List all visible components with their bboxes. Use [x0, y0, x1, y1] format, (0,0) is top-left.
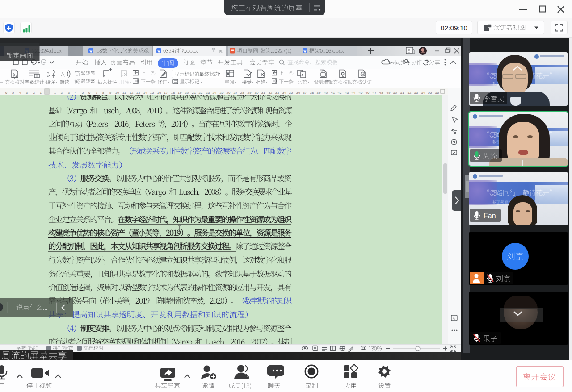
svg-text:Fan: Fan — [484, 212, 496, 220]
